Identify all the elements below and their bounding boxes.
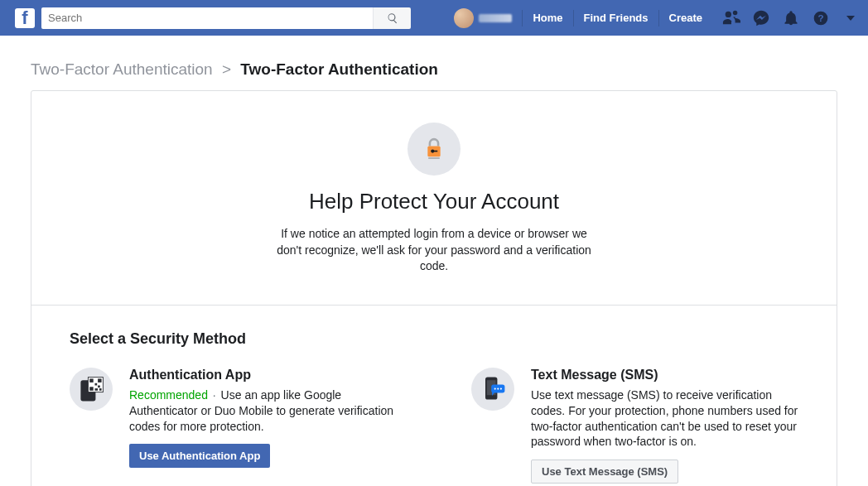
svg-rect-14 (99, 388, 102, 391)
method-app-description: Recommended · Use an app like Google Aut… (129, 387, 397, 435)
nav-home[interactable]: Home (524, 0, 571, 36)
svg-rect-5 (428, 157, 440, 159)
use-sms-button[interactable]: Use Text Message (SMS) (531, 460, 678, 484)
account-dropdown-caret[interactable] (846, 16, 855, 21)
breadcrumb: Two-Factor Authentication > Two-Factor A… (0, 36, 868, 90)
svg-point-19 (497, 387, 499, 389)
svg-rect-13 (95, 388, 99, 391)
messenger-icon[interactable] (752, 9, 770, 27)
method-sms-title: Text Message (SMS) (531, 368, 798, 383)
main-card: Help Protect Your Account If we notice a… (31, 90, 837, 486)
svg-rect-8 (89, 378, 94, 383)
lock-icon (420, 135, 448, 163)
nav-find-friends[interactable]: Find Friends (576, 0, 657, 36)
breadcrumb-separator: > (222, 60, 231, 78)
search-icon (387, 12, 398, 24)
svg-rect-10 (89, 387, 94, 391)
svg-text:?: ? (817, 12, 823, 23)
use-authentication-app-button[interactable]: Use Authentication App (129, 444, 270, 468)
method-sms-description: Use text message (SMS) to receive verifi… (531, 387, 798, 450)
friend-requests-icon[interactable] (722, 9, 740, 27)
svg-rect-4 (432, 151, 437, 152)
sms-phone-icon (471, 368, 514, 411)
hero-section: Help Protect Your Account If we notice a… (31, 91, 837, 306)
avatar (454, 8, 474, 28)
method-sms: Text Message (SMS) Use text message (SMS… (471, 368, 798, 484)
method-authentication-app: Authentication App Recommended · Use an … (70, 368, 397, 484)
breadcrumb-parent[interactable]: Two-Factor Authentication (31, 60, 213, 78)
methods-heading: Select a Security Method (70, 330, 798, 348)
top-nav: f Home Find Friends Create ? (0, 0, 868, 36)
qr-phone-icon (70, 368, 113, 411)
svg-rect-11 (95, 383, 98, 386)
facebook-logo[interactable]: f (15, 8, 35, 28)
svg-point-20 (500, 387, 502, 389)
lock-illustration (407, 123, 461, 176)
search-input[interactable] (41, 7, 373, 29)
hero-description: If we notice an attempted login from a d… (277, 226, 591, 275)
svg-rect-9 (98, 378, 102, 383)
nav-create[interactable]: Create (661, 0, 711, 36)
nav-icons: ? (711, 9, 861, 27)
recommended-label: Recommended (129, 388, 208, 402)
nav-user[interactable] (446, 8, 520, 28)
search-wrap (41, 7, 411, 29)
notifications-icon[interactable] (782, 9, 800, 27)
user-name-redacted (479, 14, 512, 22)
hero-title: Help Protect Your Account (48, 189, 820, 214)
method-app-title: Authentication App (129, 368, 397, 383)
methods-section: Select a Security Method (31, 306, 837, 486)
breadcrumb-current: Two-Factor Authentication (240, 60, 438, 78)
search-button[interactable] (373, 7, 411, 29)
svg-point-18 (494, 387, 496, 389)
help-icon[interactable]: ? (812, 9, 830, 27)
svg-rect-12 (98, 385, 100, 387)
